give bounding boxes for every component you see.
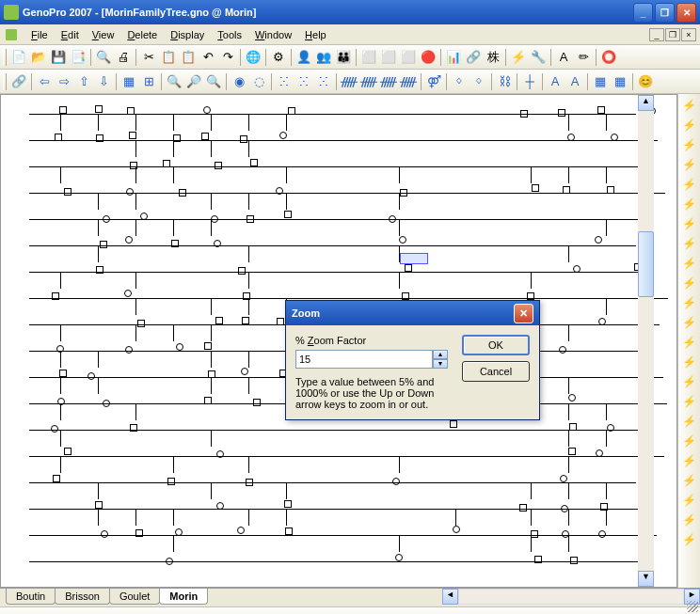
mdi-minimize-button[interactable]: _ bbox=[649, 28, 664, 41]
toolbtn-btb-7[interactable]: ⟿ bbox=[135, 610, 155, 615]
toolbtn-tb2-29[interactable]: ᛜ bbox=[469, 72, 488, 91]
toolbtn-tb2-23[interactable]: ᚏ bbox=[379, 72, 398, 91]
toolbtn-tb2-0[interactable]: 🔗 bbox=[9, 72, 28, 91]
spin-up-button[interactable]: ▲ bbox=[433, 350, 448, 359]
toolbtn-btb-29[interactable]: ↯ bbox=[507, 610, 528, 615]
menu-edit[interactable]: Edit bbox=[55, 27, 86, 42]
cancel-button[interactable]: Cancel bbox=[462, 361, 530, 382]
toolbtn-tb1-22[interactable]: ⬜ bbox=[359, 48, 378, 67]
toolbtn-tb1-24[interactable]: ⬜ bbox=[399, 48, 418, 67]
toolbtn-btb-12[interactable]: ⩕ bbox=[222, 610, 243, 615]
maximize-button[interactable]: ❐ bbox=[655, 3, 675, 23]
toolbtn-btb-18[interactable]: ⩔ bbox=[331, 610, 352, 615]
dialog-close-button[interactable]: ✕ bbox=[514, 304, 533, 323]
toolbtn-tb2-18[interactable]: ⵘ bbox=[294, 72, 313, 91]
toolbtn-btb-1[interactable]: ⟿ bbox=[25, 610, 46, 615]
menu-display[interactable]: Display bbox=[164, 27, 211, 42]
toolbtn-rtb-18[interactable]: ⚡ bbox=[680, 451, 699, 470]
toolbtn-rtb-2[interactable]: ⚡ bbox=[680, 135, 699, 154]
toolbtn-btb-6[interactable]: — bbox=[113, 610, 134, 615]
scroll-thumb[interactable] bbox=[638, 231, 654, 297]
toolbtn-tb2-38[interactable]: ▦ bbox=[591, 72, 610, 91]
toolbtn-tb1-1[interactable]: 📂 bbox=[29, 48, 48, 67]
resize-grip-icon[interactable] bbox=[687, 601, 698, 612]
toolbtn-tb2-21[interactable]: ᚏ bbox=[340, 72, 358, 91]
toolbtn-tb2-26[interactable]: ⚤ bbox=[424, 72, 443, 91]
toolbtn-tb2-31[interactable]: ⛓ bbox=[495, 72, 514, 91]
toolbtn-btb-10[interactable]: — bbox=[179, 610, 199, 615]
toolbtn-tb2-22[interactable]: ᚏ bbox=[359, 72, 378, 91]
toolbtn-rtb-21[interactable]: ⚡ bbox=[680, 511, 699, 529]
toolbtn-btb-16[interactable]: — bbox=[288, 610, 309, 615]
toolbtn-tb1-23[interactable]: ⬜ bbox=[379, 48, 398, 67]
hscroll-track[interactable] bbox=[458, 589, 684, 605]
toolbtn-tb1-16[interactable]: ⚙ bbox=[269, 48, 288, 67]
toolbtn-tb1-9[interactable]: 📋 bbox=[159, 48, 178, 67]
toolbtn-btb-25[interactable]: ++ bbox=[441, 610, 462, 615]
tab-boutin[interactable]: Boutin bbox=[6, 589, 56, 605]
menu-tools[interactable]: Tools bbox=[211, 27, 248, 42]
ok-button[interactable]: OK bbox=[462, 335, 530, 355]
toolbtn-tb1-10[interactable]: 📋 bbox=[179, 48, 198, 67]
toolbtn-tb2-33[interactable]: ┼ bbox=[520, 72, 539, 91]
toolbtn-tb1-0[interactable]: 📄 bbox=[9, 48, 28, 67]
toolbtn-tb1-31[interactable]: ⚡ bbox=[509, 48, 528, 67]
toolbtn-tb2-2[interactable]: ⇦ bbox=[35, 72, 54, 91]
toolbtn-tb2-15[interactable]: ◌ bbox=[249, 72, 268, 91]
toolbtn-rtb-14[interactable]: ⚡ bbox=[680, 372, 699, 391]
toolbtn-tb1-37[interactable]: ⭕ bbox=[599, 48, 618, 67]
toolbtn-tb2-35[interactable]: A bbox=[546, 72, 565, 91]
tab-brisson[interactable]: Brisson bbox=[55, 589, 110, 605]
toolbtn-rtb-15[interactable]: ⚡ bbox=[680, 392, 699, 411]
toolbtn-tb1-35[interactable]: ✏ bbox=[574, 48, 593, 67]
toolbtn-rtb-8[interactable]: ⚡ bbox=[680, 254, 699, 273]
toolbtn-tb2-12[interactable]: 🔍 bbox=[204, 72, 223, 91]
toolbtn-tb1-29[interactable]: 株 bbox=[484, 48, 502, 67]
toolbtn-tb1-20[interactable]: 👪 bbox=[334, 48, 353, 67]
toolbtn-tb2-14[interactable]: ◉ bbox=[230, 72, 248, 91]
toolbtn-btb-8[interactable]: ⟿ bbox=[156, 610, 177, 615]
toolbtn-btb-0[interactable]: — bbox=[4, 610, 24, 615]
toolbtn-tb1-2[interactable]: 💾 bbox=[49, 48, 68, 67]
toolbtn-rtb-12[interactable]: ⚡ bbox=[680, 333, 699, 352]
toolbtn-tb1-18[interactable]: 👤 bbox=[294, 48, 313, 67]
spin-down-button[interactable]: ▼ bbox=[433, 359, 448, 369]
toolbtn-btb-3[interactable]: :: bbox=[69, 610, 89, 615]
toolbtn-tb1-12[interactable]: ↷ bbox=[218, 48, 237, 67]
toolbtn-btb-20[interactable]: — bbox=[354, 610, 374, 615]
toolbtn-tb2-17[interactable]: ⵘ bbox=[275, 72, 294, 91]
vertical-scrollbar[interactable]: ▲ ▼ bbox=[638, 95, 654, 587]
tab-morin[interactable]: Morin bbox=[159, 589, 208, 605]
scroll-up-button[interactable]: ▲ bbox=[638, 95, 654, 111]
toolbtn-tb1-11[interactable]: ↶ bbox=[199, 48, 217, 67]
toolbtn-btb-26[interactable]: :: bbox=[463, 610, 484, 615]
toolbtn-tb2-11[interactable]: 🔎 bbox=[184, 72, 203, 91]
toolbtn-btb-14[interactable]: 〰 bbox=[265, 610, 286, 615]
menu-help[interactable]: Help bbox=[298, 27, 333, 42]
menu-delete[interactable]: Delete bbox=[120, 27, 164, 42]
toolbtn-btb-11[interactable]: 〰 bbox=[200, 610, 221, 615]
toolbtn-rtb-4[interactable]: ⚡ bbox=[680, 175, 699, 194]
toolbtn-btb-17[interactable]: 〰 bbox=[310, 610, 330, 615]
scroll-down-button[interactable]: ▼ bbox=[638, 571, 654, 587]
menu-window[interactable]: Window bbox=[248, 27, 298, 42]
minimize-button[interactable]: _ bbox=[633, 3, 653, 23]
toolbtn-rtb-3[interactable]: ⚡ bbox=[680, 155, 699, 174]
tab-goulet[interactable]: Goulet bbox=[109, 589, 160, 605]
toolbtn-tb1-34[interactable]: A bbox=[554, 48, 573, 67]
toolbtn-tb2-28[interactable]: ᛜ bbox=[450, 72, 469, 91]
toolbtn-rtb-17[interactable]: ⚡ bbox=[680, 432, 699, 450]
zoom-input[interactable] bbox=[295, 350, 433, 369]
toolbtn-tb2-5[interactable]: ⇩ bbox=[94, 72, 113, 91]
toolbtn-rtb-7[interactable]: ⚡ bbox=[680, 234, 699, 253]
toolbtn-rtb-16[interactable]: ⚡ bbox=[680, 412, 699, 431]
toolbtn-tb1-3[interactable]: 📑 bbox=[69, 48, 88, 67]
toolbtn-rtb-6[interactable]: ⚡ bbox=[680, 214, 699, 233]
toolbtn-tb1-28[interactable]: 🔗 bbox=[464, 48, 483, 67]
toolbtn-tb2-19[interactable]: ⵘ bbox=[314, 72, 333, 91]
toolbtn-rtb-10[interactable]: ⚡ bbox=[680, 293, 699, 312]
toolbtn-btb-21[interactable]: 〰 bbox=[375, 610, 396, 615]
toolbtn-btb-22[interactable]: ⩕ bbox=[397, 610, 418, 615]
toolbtn-tb1-19[interactable]: 👥 bbox=[314, 48, 333, 67]
toolbtn-rtb-13[interactable]: ⚡ bbox=[680, 353, 699, 371]
